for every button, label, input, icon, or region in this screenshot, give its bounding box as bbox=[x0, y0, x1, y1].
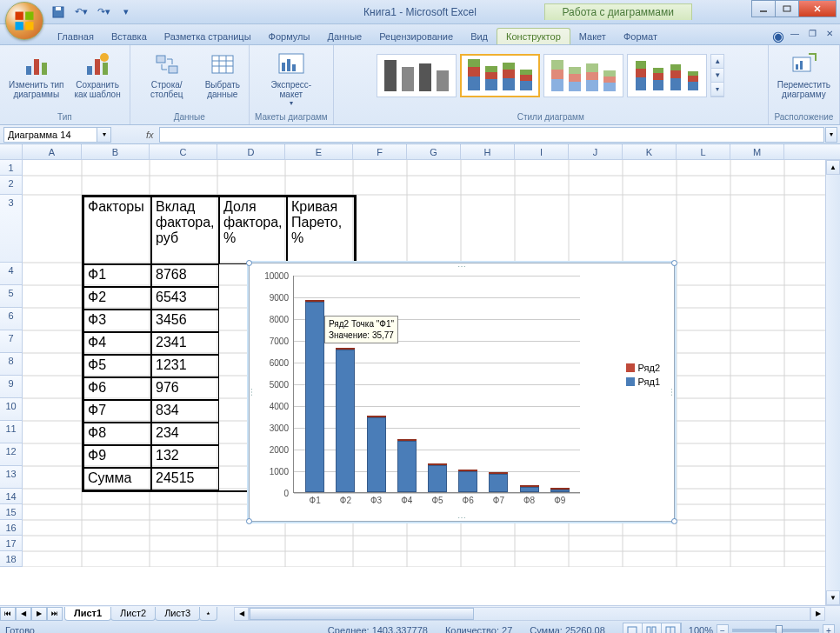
col-header[interactable]: E bbox=[285, 144, 353, 159]
name-box[interactable]: Диаграмма 14 bbox=[3, 127, 97, 143]
table-cell[interactable]: 24515 bbox=[151, 468, 219, 490]
row-header[interactable]: 5 bbox=[0, 285, 23, 308]
tab-formulas[interactable]: Формулы bbox=[260, 29, 319, 44]
table-cell[interactable]: 1231 bbox=[151, 355, 219, 377]
close-button[interactable] bbox=[798, 0, 837, 17]
sheet-tab[interactable]: Лист3 bbox=[155, 607, 200, 621]
table-cell[interactable]: 6543 bbox=[151, 287, 219, 310]
zoom-out-button[interactable]: − bbox=[717, 624, 729, 633]
help-icon[interactable]: ◉ bbox=[772, 28, 784, 44]
save-icon[interactable] bbox=[49, 3, 68, 22]
row-header[interactable]: 8 bbox=[0, 353, 23, 376]
row-header[interactable]: 12 bbox=[0, 443, 23, 466]
sheet-tab[interactable]: Лист2 bbox=[110, 607, 156, 621]
row-header[interactable]: 4 bbox=[0, 263, 23, 285]
row-header[interactable]: 9 bbox=[0, 376, 23, 398]
scroll-thumb[interactable] bbox=[250, 608, 474, 620]
fx-icon[interactable]: fx bbox=[146, 130, 154, 140]
sheet-tab[interactable]: Лист1 bbox=[64, 607, 111, 621]
normal-view-button[interactable] bbox=[623, 623, 643, 633]
maximize-button[interactable] bbox=[775, 0, 799, 17]
table-cell[interactable]: 976 bbox=[151, 377, 219, 400]
row-header[interactable]: 2 bbox=[0, 176, 23, 195]
col-header[interactable]: F bbox=[353, 144, 407, 159]
tab-chart-design[interactable]: Конструктор bbox=[497, 28, 570, 44]
col-header[interactable]: G bbox=[407, 144, 461, 159]
tab-view[interactable]: Вид bbox=[462, 29, 497, 44]
undo-icon[interactable]: ↶▾ bbox=[71, 3, 90, 22]
row-header[interactable]: 16 bbox=[0, 520, 23, 536]
table-cell[interactable]: Ф9 bbox=[83, 445, 151, 468]
page-break-view-button[interactable] bbox=[662, 623, 681, 633]
tab-page-layout[interactable]: Разметка страницы bbox=[156, 29, 260, 44]
redo-icon[interactable]: ↷▾ bbox=[94, 3, 113, 22]
table-cell[interactable]: Ф7 bbox=[83, 400, 151, 423]
chart-legend[interactable]: Ряд2 Ряд1 bbox=[626, 363, 660, 390]
mdi-restore-icon[interactable]: ❐ bbox=[805, 26, 819, 40]
row-header[interactable]: 1 bbox=[0, 160, 23, 176]
zoom-level[interactable]: 100% bbox=[689, 625, 713, 633]
chart-style-4[interactable] bbox=[627, 54, 707, 97]
last-sheet-button[interactable]: ⏭ bbox=[47, 607, 63, 621]
table-cell[interactable]: Сумма bbox=[83, 468, 151, 490]
table-cell[interactable]: 234 bbox=[151, 423, 219, 445]
col-header[interactable]: K bbox=[623, 144, 677, 159]
table-cell[interactable]: 2341 bbox=[151, 332, 219, 355]
col-header[interactable]: D bbox=[217, 144, 285, 159]
row-header[interactable]: 15 bbox=[0, 504, 23, 520]
table-header-cell[interactable]: Факторы bbox=[83, 197, 151, 264]
first-sheet-button[interactable]: ⏮ bbox=[0, 607, 16, 621]
table-cell[interactable]: Ф4 bbox=[83, 332, 151, 355]
table-cell[interactable]: 3456 bbox=[151, 310, 219, 332]
table-header-cell[interactable]: Вклад фактора, руб bbox=[151, 197, 219, 264]
formula-bar-expand[interactable]: ▾ bbox=[825, 127, 837, 143]
zoom-slider[interactable] bbox=[732, 629, 819, 632]
col-header[interactable]: B bbox=[82, 144, 150, 159]
chart-style-3[interactable] bbox=[543, 54, 623, 97]
table-cell[interactable]: Ф8 bbox=[83, 423, 151, 445]
styles-up-button[interactable]: ▲ bbox=[711, 55, 723, 69]
prev-sheet-button[interactable]: ◀ bbox=[16, 607, 31, 621]
new-sheet-button[interactable]: ⋆ bbox=[199, 607, 217, 621]
row-header[interactable]: 10 bbox=[0, 398, 23, 421]
col-header[interactable]: C bbox=[150, 144, 217, 159]
table-cell[interactable]: Ф3 bbox=[83, 310, 151, 332]
table-cell[interactable]: Ф1 bbox=[83, 264, 151, 287]
quick-layout-button[interactable]: Экспресс-макет▾ bbox=[260, 49, 323, 109]
styles-more-button[interactable]: ▾ bbox=[711, 83, 723, 97]
chart-plot-area[interactable]: 0100020003000400050006000700080009000100… bbox=[293, 276, 580, 493]
tab-home[interactable]: Главная bbox=[49, 29, 103, 44]
row-header[interactable]: 6 bbox=[0, 308, 23, 330]
tab-insert[interactable]: Вставка bbox=[103, 29, 156, 44]
row-header[interactable]: 14 bbox=[0, 489, 23, 504]
mdi-minimize-icon[interactable]: — bbox=[788, 26, 802, 40]
select-data-button[interactable]: Выбрать данные bbox=[202, 49, 243, 101]
page-layout-view-button[interactable] bbox=[643, 623, 662, 633]
row-header[interactable]: 11 bbox=[0, 421, 23, 443]
row-header[interactable]: 3 bbox=[0, 195, 23, 263]
scroll-right-button[interactable]: ▶ bbox=[810, 607, 825, 621]
row-header[interactable]: 18 bbox=[0, 551, 23, 567]
scroll-down-button[interactable]: ▼ bbox=[826, 590, 840, 605]
resize-handle[interactable] bbox=[671, 518, 677, 524]
zoom-slider-thumb[interactable] bbox=[776, 625, 783, 633]
select-all-corner[interactable] bbox=[0, 144, 23, 159]
name-box-dropdown[interactable]: ▾ bbox=[97, 127, 111, 143]
next-sheet-button[interactable]: ▶ bbox=[31, 607, 47, 621]
save-as-template-button[interactable]: Сохранить как шаблон bbox=[70, 49, 123, 101]
mdi-close-icon[interactable]: ✕ bbox=[823, 26, 837, 40]
minimize-button[interactable] bbox=[751, 0, 776, 17]
col-header[interactable]: H bbox=[461, 144, 515, 159]
col-header[interactable]: J bbox=[569, 144, 623, 159]
table-cell[interactable]: Ф2 bbox=[83, 287, 151, 310]
table-cell[interactable]: 132 bbox=[151, 445, 219, 468]
tab-data[interactable]: Данные bbox=[318, 29, 370, 44]
zoom-in-button[interactable]: + bbox=[823, 624, 835, 633]
table-cell[interactable]: 834 bbox=[151, 400, 219, 423]
formula-input[interactable] bbox=[159, 127, 824, 143]
col-header[interactable]: I bbox=[515, 144, 569, 159]
row-header[interactable]: 13 bbox=[0, 466, 23, 489]
cells-area[interactable]: Факторы Вклад фактора, руб Доля фактора,… bbox=[23, 160, 840, 567]
table-cell[interactable]: Ф5 bbox=[83, 355, 151, 377]
tab-chart-format[interactable]: Формат bbox=[615, 29, 666, 44]
